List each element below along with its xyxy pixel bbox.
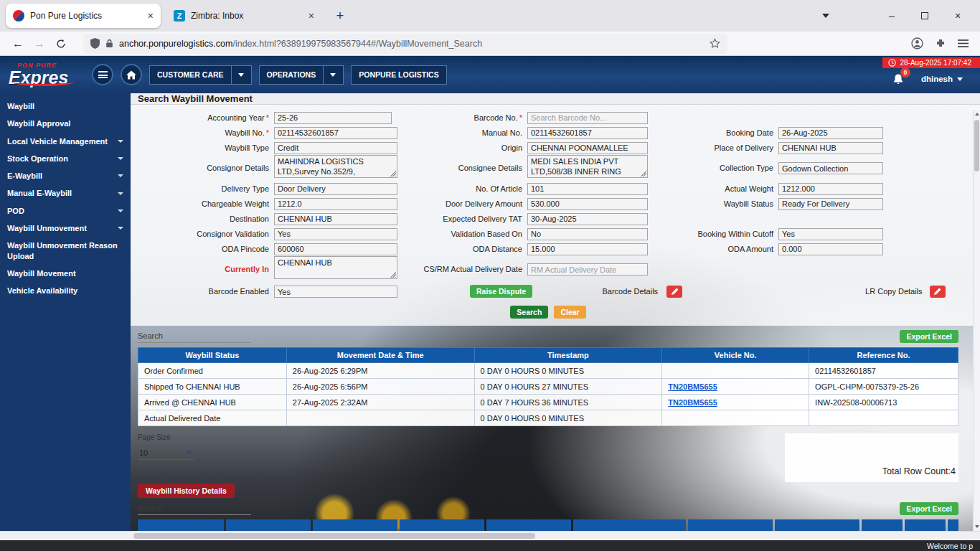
export-excel-button[interactable]: Export Excel <box>900 330 958 343</box>
col-movement-datetime: Movement Date & Time <box>286 348 474 363</box>
vehicle-link[interactable]: TN20BM5655 <box>668 382 717 391</box>
origin-input[interactable] <box>527 142 648 154</box>
menu-icon[interactable] <box>958 39 969 48</box>
consignor-details-textarea[interactable]: MAHINDRA LOGISTICS LTD,Survey No.352/9, … <box>274 155 397 178</box>
currently-in-textarea[interactable]: CHENNAI HUB <box>274 256 397 279</box>
chargeable-weight-label: Chargeable Weight <box>138 199 274 208</box>
page-size-select[interactable]: 10 <box>138 446 194 460</box>
list-tabs-icon[interactable] <box>809 0 842 32</box>
waybill-type-input[interactable] <box>274 142 397 154</box>
history-export-excel-button[interactable]: Export Excel <box>900 502 958 515</box>
account-icon[interactable] <box>911 37 923 50</box>
app-logo: PON PURE Expres <box>6 62 85 87</box>
sidebar-item-stock-operation[interactable]: Stock Operation <box>0 150 131 167</box>
required-mark: * <box>266 128 269 137</box>
reload-icon[interactable] <box>50 34 72 54</box>
oda-amount-input[interactable] <box>778 243 883 255</box>
booking-date-label: Booking Date <box>648 128 778 137</box>
validation-based-on-input[interactable] <box>527 228 648 240</box>
collection-type-input[interactable] <box>778 162 883 174</box>
barcode-no-input[interactable] <box>527 112 648 124</box>
cs-rm-actual-delivery-date-input[interactable] <box>527 263 648 276</box>
sidebar-item-e-waybill[interactable]: E-Waybill <box>0 167 131 184</box>
consignee-details-textarea[interactable]: MEDI SALES INDIA PVT LTD,508/3B INNER RI… <box>527 155 648 178</box>
tab-pon-pure-logistics[interactable]: Pon Pure Logistics × <box>6 4 161 28</box>
place-of-delivery-input[interactable] <box>778 142 883 154</box>
nav-operations[interactable]: OPERATIONS <box>259 65 344 85</box>
col-vehicle-no: Vehicle No. <box>662 348 809 363</box>
tab-close-icon[interactable]: × <box>308 10 314 22</box>
maximize-button[interactable] <box>908 0 941 32</box>
lock-icon[interactable] <box>105 39 113 48</box>
door-delivery-amount-input[interactable] <box>527 198 648 210</box>
history-search-input[interactable]: Search <box>138 504 251 515</box>
nav-ponpure-logistics[interactable]: PONPURE LOGISTICS <box>351 65 446 85</box>
sidebar-item-waybill-approval[interactable]: Waybill Approval <box>0 115 131 132</box>
destination-input[interactable] <box>274 213 397 225</box>
tab-close-icon[interactable]: × <box>148 10 154 22</box>
new-tab-button[interactable]: + <box>330 6 350 26</box>
booking-date-input[interactable] <box>778 127 883 139</box>
forward-icon[interactable]: → <box>29 34 50 54</box>
lr-copy-details-edit-button[interactable] <box>930 286 946 298</box>
sidebar-item-waybill[interactable]: Waybill <box>0 98 131 115</box>
sidebar-item-waybill-movement[interactable]: Waybill Movement <box>0 265 131 282</box>
sidebar-item-manual-e-waybill[interactable]: Manual E-Waybill <box>0 184 131 202</box>
minimize-button[interactable]: – <box>875 0 908 32</box>
tab-title: Pon Pure Logistics <box>30 11 142 21</box>
nav-customer-care[interactable]: CUSTOMER CARE <box>149 65 252 85</box>
waybill-no-input[interactable] <box>274 127 397 139</box>
delivery-type-input[interactable] <box>274 183 397 195</box>
waybill-no-label: Waybill No. <box>225 128 265 137</box>
clear-button[interactable]: Clear <box>554 306 585 319</box>
results-search-input[interactable]: Search <box>138 331 251 343</box>
user-menu[interactable]: dhinesh <box>921 75 963 83</box>
scrollbar-thumb[interactable] <box>133 533 535 539</box>
chevron-down-icon <box>118 174 123 177</box>
vehicle-link[interactable]: TN20BM5655 <box>668 398 717 407</box>
home-button[interactable] <box>121 64 142 85</box>
notifications-button[interactable]: 0 <box>892 73 904 85</box>
shield-icon[interactable] <box>90 38 100 49</box>
bookmark-star-icon[interactable] <box>710 38 720 49</box>
vertical-scrollbar[interactable] <box>973 110 980 531</box>
search-button[interactable]: Search <box>510 306 548 319</box>
sidebar-item-local-vehicle-management[interactable]: Local Vehicle Management <box>0 133 131 150</box>
chevron-down-icon <box>118 209 123 212</box>
oda-distance-input[interactable] <box>527 243 648 255</box>
close-window-button[interactable]: × <box>941 0 974 32</box>
extensions-icon[interactable] <box>935 38 946 50</box>
expected-delivery-tat-input[interactable] <box>527 213 648 225</box>
scroll-down-icon[interactable] <box>974 522 980 531</box>
barcode-details-edit-button[interactable] <box>666 286 682 298</box>
tab-zimbra-inbox[interactable]: Z Zimbra: Inbox × <box>166 4 321 28</box>
actual-weight-input[interactable] <box>778 183 883 195</box>
waybill-history-details-button[interactable]: Waybill History Details <box>138 484 235 498</box>
chevron-down-icon <box>118 140 123 143</box>
booking-within-cutoff-input[interactable] <box>778 228 883 240</box>
chargeable-weight-input[interactable] <box>274 198 397 210</box>
manual-no-input[interactable] <box>527 127 648 139</box>
sidebar-item-pod[interactable]: POD <box>0 202 131 220</box>
history-col <box>486 519 571 531</box>
sidebar-item-waybill-unmovement-reason-upload[interactable]: Waybill Unmovement Reason Upload <box>0 237 131 265</box>
oda-pincode-input[interactable] <box>274 243 397 255</box>
scrollbar-thumb[interactable] <box>974 120 979 171</box>
menu-toggle-button[interactable] <box>92 64 113 85</box>
no-of-article-input[interactable] <box>527 183 648 195</box>
raise-dispute-button[interactable]: Raise Dispute <box>470 285 532 298</box>
pencil-icon <box>671 288 679 296</box>
scroll-up-icon[interactable] <box>974 110 980 118</box>
page-title: Search Waybill Movement <box>131 93 980 105</box>
waybill-status-input[interactable] <box>778 198 883 210</box>
barcode-enabled-input[interactable] <box>274 286 397 298</box>
notification-badge: 0 <box>900 67 910 77</box>
horizontal-scrollbar[interactable] <box>0 531 980 540</box>
consignor-validation-input[interactable] <box>274 228 397 240</box>
back-icon[interactable]: ← <box>7 34 29 54</box>
table-row: Arrived @ CHENNAI HUB 27-Aug-2025 2:32AM… <box>138 395 958 410</box>
sidebar-item-waybill-unmovement[interactable]: Waybill Unmovement <box>0 220 131 237</box>
accounting-year-input[interactable] <box>274 112 392 124</box>
sidebar-item-vehicle-availability[interactable]: Vehicle Availability <box>0 282 131 299</box>
url-bar[interactable]: anchor.ponpurelogistics.com/index.html?6… <box>83 34 727 54</box>
